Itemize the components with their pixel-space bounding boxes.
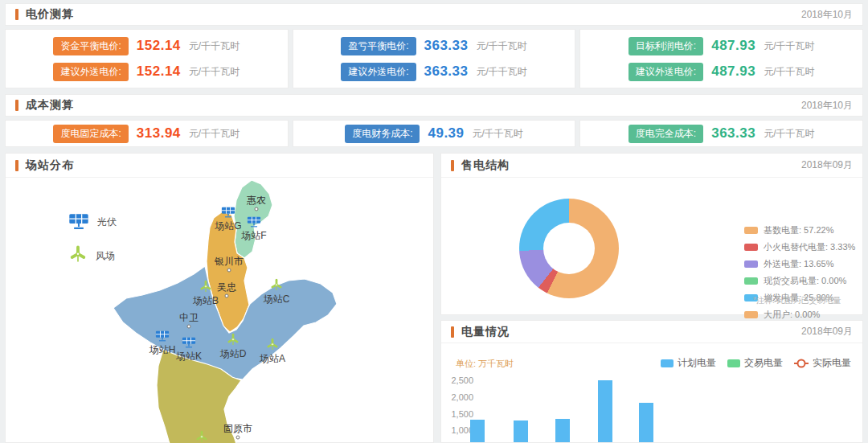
- price-panel-date: 2018年10月: [801, 8, 853, 22]
- city-marker-icon: [236, 436, 240, 440]
- city-label: 中卫: [179, 311, 199, 325]
- metric-value: 487.93: [711, 38, 755, 54]
- sales-legend-item[interactable]: 现货交易电量: 0.00%: [744, 275, 855, 287]
- station-label: 场站C: [264, 293, 290, 306]
- volume-panel-header: 电量情况 2018年09月: [441, 321, 862, 343]
- metric-badge: 度电财务成本:: [345, 125, 420, 143]
- metric-value: 152.14: [137, 64, 181, 80]
- accent-bar-icon: [15, 9, 18, 20]
- volume-legend-item[interactable]: 交易电量: [727, 356, 783, 370]
- price-cards: 资金平衡电价:152.14元/千千瓦时建议外送电价:152.14元/千千瓦时盈亏…: [5, 29, 863, 88]
- map-legend-item-solar: 光伏: [68, 213, 117, 232]
- metric-unit: 元/千千瓦时: [764, 39, 814, 53]
- volume-legend-item[interactable]: 计划电量: [661, 356, 716, 370]
- metric-badge: 建议外送电价:: [53, 63, 128, 81]
- wind-icon: [68, 245, 88, 267]
- legend-label: 实际电量: [813, 356, 851, 370]
- sales-legend-item[interactable]: 外送电量: 13.65%: [744, 258, 855, 270]
- metric-row: 度电固定成本:313.94元/千千瓦时: [6, 125, 288, 143]
- sales-donut-chart[interactable]: [519, 199, 619, 298]
- legend-label: 交易电量: [744, 356, 783, 370]
- cost-card: 度电完全成本:363.33元/千千瓦时: [579, 120, 863, 147]
- legend-swatch-icon: [744, 311, 758, 318]
- city-label: 吴忠: [217, 281, 236, 294]
- legend-label: 基数电量: 57.22%: [764, 224, 833, 236]
- city-marker-icon: [225, 294, 229, 298]
- city-marker-icon: [187, 325, 191, 329]
- station-label: 场站D: [220, 347, 247, 361]
- wind-station-icon[interactable]: [195, 431, 209, 443]
- station-label: 场站F: [241, 229, 266, 243]
- metric-badge: 度电完全成本:: [628, 125, 703, 143]
- legend-label: 小火电替代电量: 3.33%: [764, 241, 855, 253]
- metric-row: 度电完全成本:363.33元/千千瓦时: [580, 125, 862, 143]
- accent-bar-icon: [451, 160, 454, 171]
- station-label: 场站H: [149, 343, 176, 357]
- metric-value: 313.94: [137, 125, 181, 142]
- map-legend-item-wind: 风场: [68, 245, 117, 267]
- station-map[interactable]: 惠农银川市吴忠中卫固原市 场站G 场站F 场站B 场站C 场站H 场站K 场站: [6, 178, 433, 442]
- metric-badge: 建议外送电价:: [628, 63, 703, 81]
- volume-legend-item[interactable]: 实际电量: [794, 356, 851, 370]
- city-marker-icon: [255, 207, 259, 211]
- metric-value: 152.14: [137, 38, 181, 54]
- price-card: 盈亏平衡电价:363.33元/千千瓦时建议外送电价:363.33元/千千瓦时: [293, 29, 576, 88]
- y-axis-tick: 1,500: [446, 409, 473, 419]
- metric-row: 目标利润电价:487.93元/千千瓦时: [580, 37, 862, 55]
- metric-row: 建议外送电价:487.93元/千千瓦时: [580, 63, 862, 81]
- metric-badge: 建议外送电价:: [341, 63, 416, 81]
- sales-legend-item[interactable]: 小火电替代电量: 3.33%: [744, 241, 855, 253]
- cost-panel-date: 2018年10月: [801, 99, 853, 113]
- volume-legend: 计划电量交易电量实际电量: [661, 356, 851, 370]
- volume-panel-date: 2018年09月: [801, 325, 853, 338]
- metric-badge: 目标利润电价:: [628, 37, 703, 55]
- bar-planned[interactable]: [639, 403, 653, 442]
- donut-hole: [543, 223, 595, 274]
- metric-unit: 元/千千瓦时: [189, 65, 240, 79]
- city-label: 银川市: [215, 255, 244, 269]
- cost-panel-title: 成本测算: [26, 98, 74, 113]
- metric-unit: 元/千千瓦时: [764, 65, 814, 79]
- volume-unit-label: 单位: 万千瓦时: [456, 358, 514, 370]
- cost-panel: 成本测算 2018年10月 度电固定成本:313.94元/千千瓦时度电财务成本:…: [5, 94, 863, 147]
- price-panel-title: 电价测算: [26, 7, 74, 22]
- sales-legend-item[interactable]: 大用户: 0.00%: [744, 309, 855, 321]
- accent-bar-icon: [15, 160, 18, 171]
- map-panel-title: 场站分布: [26, 158, 74, 173]
- bar-planned[interactable]: [470, 420, 485, 442]
- map-panel-header: 场站分布: [6, 154, 433, 178]
- metric-unit: 元/千千瓦时: [189, 127, 240, 141]
- cost-card: 度电固定成本:313.94元/千千瓦时: [5, 120, 289, 147]
- accent-bar-icon: [451, 326, 454, 338]
- price-panel-header: 电价测算 2018年10月: [5, 3, 863, 26]
- y-axis-tick: 2,500: [446, 375, 473, 385]
- bar-planned[interactable]: [514, 420, 528, 442]
- sales-panel-date: 2018年09月: [801, 158, 853, 172]
- metric-row: 度电财务成本:49.39元/千千瓦时: [293, 125, 575, 143]
- solar-icon: [68, 213, 89, 232]
- metric-value: 363.33: [424, 38, 469, 54]
- legend-line-marker-icon: [794, 363, 809, 364]
- map-legend: 光伏 风场: [68, 213, 117, 267]
- accent-bar-icon: [15, 100, 18, 111]
- volume-panel: 电量情况 2018年09月 单位: 万千瓦时 计划电量交易电量实际电量 2,50…: [440, 320, 863, 443]
- legend-swatch-icon: [744, 244, 758, 251]
- bar-planned[interactable]: [555, 419, 570, 442]
- sales-panel-header: 售电结构 2018年09月: [441, 154, 862, 178]
- map-legend-label: 光伏: [97, 215, 117, 229]
- metric-row: 建议外送电价:363.33元/千千瓦时: [293, 63, 575, 81]
- sales-note: *注释: 此图为已交易电量: [753, 295, 841, 306]
- legend-swatch-icon: [727, 359, 740, 367]
- metric-unit: 元/千千瓦时: [473, 127, 523, 141]
- metric-row: 资金平衡电价:152.14元/千千瓦时: [6, 37, 288, 55]
- cost-panel-header: 成本测算 2018年10月: [5, 94, 863, 117]
- station-label: 场站B: [193, 294, 219, 308]
- bar-planned[interactable]: [598, 380, 612, 442]
- legend-label: 现货交易电量: 0.00%: [764, 275, 846, 287]
- volume-chart[interactable]: 单位: 万千瓦时 计划电量交易电量实际电量 2,5002,0001,5001,0…: [441, 343, 862, 442]
- sales-legend-item[interactable]: 基数电量: 57.22%: [744, 224, 855, 236]
- metric-unit: 元/千千瓦时: [764, 127, 814, 141]
- metric-value: 487.93: [711, 64, 755, 80]
- sales-structure-panel: 售电结构 2018年09月 基数电量: 57.22%小火电替代电量: 3.33%…: [440, 153, 863, 315]
- metric-value: 49.39: [428, 125, 464, 142]
